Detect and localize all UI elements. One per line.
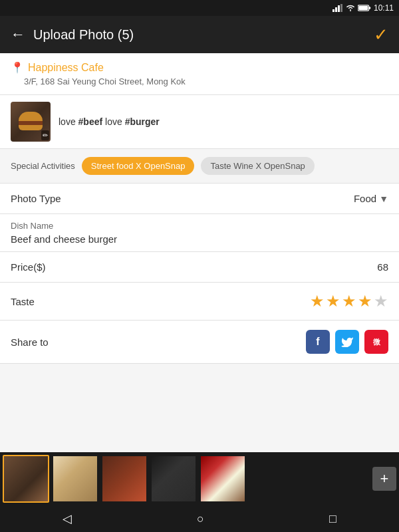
price-label: Price($): [11, 261, 46, 273]
strip-photo-3-img: [102, 456, 146, 501]
wifi-icon: [346, 4, 355, 12]
photo-type-row[interactable]: Photo Type Food ▼: [0, 184, 399, 214]
photo-strip: +: [0, 452, 399, 505]
nav-home-button[interactable]: ○: [197, 512, 204, 526]
tag-streetfood[interactable]: Street food X OpenSnap: [82, 157, 195, 175]
star-5[interactable]: ★: [374, 292, 388, 311]
svg-rect-2: [338, 5, 340, 12]
photo-section: ✏ love #beef love #burger: [0, 95, 399, 149]
photo-type-label: Photo Type: [11, 193, 61, 204]
dropdown-arrow-icon: ▼: [379, 194, 388, 204]
star-4[interactable]: ★: [358, 292, 372, 311]
photo-thumbnail[interactable]: ✏: [11, 102, 51, 142]
hashtag1: #beef: [78, 116, 103, 127]
svg-rect-3: [340, 4, 342, 12]
photo-type-value[interactable]: Food ▼: [354, 193, 388, 204]
back-button[interactable]: ←: [11, 26, 25, 43]
facebook-button[interactable]: f: [306, 330, 330, 354]
taste-label: Taste: [11, 296, 35, 307]
star-2[interactable]: ★: [326, 292, 340, 311]
nav-back-button[interactable]: ◁: [63, 511, 72, 526]
twitter-button[interactable]: [335, 330, 359, 354]
status-time: 10:11: [374, 3, 394, 13]
bottom-nav: ◁ ○ □: [0, 505, 399, 532]
star-1[interactable]: ★: [310, 292, 325, 311]
nav-recents-button[interactable]: □: [329, 512, 336, 526]
restaurant-section: 📍 Happiness Cafe 3/F, 168 Sai Yeung Choi…: [0, 53, 399, 95]
star-3[interactable]: ★: [342, 292, 356, 311]
svg-rect-1: [335, 7, 337, 12]
share-to-row: Share to f 微: [0, 321, 399, 364]
svg-rect-0: [332, 9, 334, 12]
price-value: 68: [377, 261, 388, 273]
svg-rect-5: [369, 7, 371, 9]
strip-photo-2-img: [53, 456, 97, 501]
special-activities-label: Special Activities: [11, 161, 75, 171]
weibo-button[interactable]: 微: [364, 330, 388, 354]
page-title: Upload Photo (5): [33, 27, 134, 43]
share-to-label: Share to: [11, 336, 49, 348]
top-bar-left: ← Upload Photo (5): [11, 26, 134, 43]
photo-caption[interactable]: love #beef love #burger: [59, 116, 388, 127]
tag-tastewine[interactable]: Taste Wine X OpenSnap: [201, 157, 314, 175]
social-icons: f 微: [306, 330, 388, 354]
burger-preview: [17, 112, 44, 132]
confirm-button[interactable]: ✓: [374, 25, 388, 45]
hashtag2: #burger: [125, 116, 160, 127]
restaurant-address: 3/F, 168 Sai Yeung Choi Street, Mong Kok: [24, 76, 388, 86]
top-bar: ← Upload Photo (5) ✓: [0, 16, 399, 53]
dish-name-value[interactable]: Beef and cheese burger: [11, 233, 388, 245]
status-icons: 10:11: [332, 3, 394, 13]
status-bar: 10:11: [0, 0, 399, 16]
caption-text: love: [59, 116, 78, 127]
taste-stars[interactable]: ★ ★ ★ ★ ★: [310, 292, 388, 311]
strip-photo-5[interactable]: [200, 455, 246, 503]
price-row[interactable]: Price($) 68: [0, 252, 399, 283]
strip-photo-1[interactable]: [3, 455, 49, 503]
location-pin-icon: 📍: [11, 61, 24, 74]
restaurant-name[interactable]: 📍 Happiness Cafe: [11, 61, 388, 74]
strip-photo-2[interactable]: [52, 455, 98, 503]
special-activities-section: Special Activities Street food X OpenSna…: [0, 149, 399, 184]
signal-icon: [332, 4, 343, 12]
strip-photo-3[interactable]: [101, 455, 148, 503]
caption-middle: love: [102, 116, 124, 127]
taste-row: Taste ★ ★ ★ ★ ★: [0, 283, 399, 321]
strip-photo-5-img: [201, 456, 245, 501]
strip-photo-4-img: [152, 456, 196, 501]
battery-icon: [358, 4, 371, 12]
strip-photo-4[interactable]: [150, 455, 197, 503]
dish-name-section: Dish Name Beef and cheese burger: [0, 214, 399, 252]
dish-name-label: Dish Name: [11, 221, 388, 231]
svg-rect-6: [358, 6, 368, 10]
twitter-icon: [341, 337, 353, 347]
photo-edit-icon: ✏: [41, 130, 49, 140]
strip-photo-1-img: [4, 456, 48, 501]
add-photo-button[interactable]: +: [372, 467, 396, 491]
